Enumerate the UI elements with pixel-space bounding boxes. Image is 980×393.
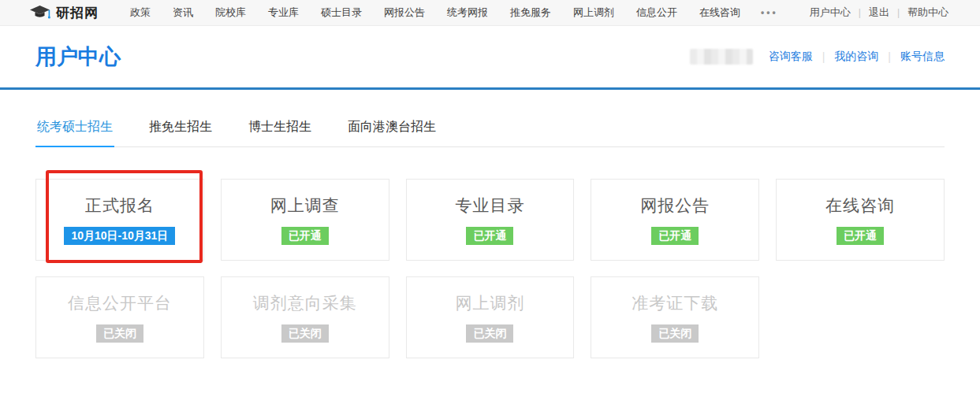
status-badge-open: 已开通 — [837, 227, 884, 246]
site-logo[interactable]: 研招网 — [30, 4, 99, 22]
blurred-username — [690, 49, 753, 65]
top-navigation: 研招网 政策 资讯 院校库 专业库 硕士目录 网报公告 统考网报 推免服务 网上… — [0, 0, 980, 26]
consult-service-link[interactable]: 咨询客服 — [769, 50, 813, 64]
nav-item-exempt-service[interactable]: 推免服务 — [499, 6, 562, 20]
graduation-cap-icon — [30, 6, 51, 20]
separator: | — [859, 7, 861, 18]
card-title: 调剂意向采集 — [253, 292, 357, 314]
nav-item-online-transfer[interactable]: 网上调剂 — [562, 6, 625, 20]
status-badge-closed: 已关闭 — [96, 324, 143, 343]
status-badge-closed: 已关闭 — [281, 324, 329, 343]
status-badge-open: 已开通 — [281, 227, 329, 246]
account-info-link[interactable]: 账号信息 — [900, 50, 945, 64]
main-menu: 政策 资讯 院校库 专业库 硕士目录 网报公告 统考网报 推免服务 网上调剂 信… — [119, 6, 788, 20]
nav-item-news[interactable]: 资讯 — [162, 6, 204, 20]
nav-item-master-catalog[interactable]: 硕士目录 — [310, 6, 373, 20]
status-badge-closed: 已关闭 — [466, 324, 513, 343]
card-title: 信息公开平台 — [68, 292, 172, 314]
red-highlight-annotation — [46, 170, 203, 263]
top-user-links: 用户中心 | 退出 | 帮助中心 — [810, 6, 948, 20]
logo-text: 研招网 — [56, 4, 99, 22]
nav-item-major-library[interactable]: 专业库 — [257, 6, 310, 20]
card-official-registration[interactable]: 正式报名 10月10日-10月31日 — [35, 179, 204, 261]
tab-doctoral[interactable]: 博士生招生 — [247, 111, 313, 147]
card-title: 准考证下载 — [632, 292, 718, 314]
nav-item-unified-exam[interactable]: 统考网报 — [436, 6, 499, 20]
card-title: 正式报名 — [85, 195, 155, 217]
my-consult-link[interactable]: 我的咨询 — [834, 50, 878, 64]
separator: | — [897, 7, 900, 18]
page-header: 用户中心 咨询客服 | 我的咨询 | 账号信息 — [0, 26, 980, 90]
card-major-catalog[interactable]: 专业目录 已开通 — [406, 179, 575, 261]
date-range-badge: 10月10日-10月31日 — [64, 227, 175, 246]
status-badge-open: 已开通 — [466, 227, 513, 246]
card-info-disclosure-platform[interactable]: 信息公开平台 已关闭 — [35, 276, 204, 358]
card-title: 网报公告 — [640, 195, 710, 217]
card-transfer-intent-collection[interactable]: 调剂意向采集 已关闭 — [221, 276, 389, 358]
separator: | — [822, 50, 825, 63]
nav-help-center-link[interactable]: 帮助中心 — [907, 6, 948, 20]
nav-item-announcement[interactable]: 网报公告 — [373, 6, 436, 20]
service-cards-grid: 正式报名 10月10日-10月31日 网上调查 已开通 专业目录 已开通 网报公… — [35, 179, 945, 358]
separator: | — [888, 50, 891, 63]
nav-item-online-consult[interactable]: 在线咨询 — [688, 6, 751, 20]
nav-user-center-link[interactable]: 用户中心 — [810, 6, 851, 20]
tab-unified-master[interactable]: 统考硕士招生 — [35, 111, 114, 147]
card-online-transfer[interactable]: 网上调剂 已关闭 — [406, 276, 575, 358]
card-admission-ticket-download[interactable]: 准考证下载 已关闭 — [591, 276, 759, 358]
admission-type-tabs: 统考硕士招生 推免生招生 博士生招生 面向港澳台招生 — [35, 110, 945, 147]
card-title: 专业目录 — [455, 195, 524, 217]
card-title: 网上调剂 — [455, 292, 524, 314]
card-registration-announcement[interactable]: 网报公告 已开通 — [591, 179, 759, 261]
card-online-survey[interactable]: 网上调查 已开通 — [221, 179, 389, 261]
nav-item-info-disclosure[interactable]: 信息公开 — [625, 6, 688, 20]
tab-hk-macao-taiwan[interactable]: 面向港澳台招生 — [346, 111, 438, 147]
card-title: 网上调查 — [270, 195, 340, 217]
status-badge-open: 已开通 — [651, 227, 699, 246]
nav-item-school-library[interactable]: 院校库 — [204, 6, 257, 20]
more-menu-icon[interactable]: ••• — [751, 7, 788, 18]
nav-logout-link[interactable]: 退出 — [869, 6, 889, 20]
page-title: 用户中心 — [35, 43, 121, 71]
tab-exempt-student[interactable]: 推免生招生 — [147, 111, 214, 147]
nav-item-policy[interactable]: 政策 — [119, 6, 162, 20]
card-title: 在线咨询 — [825, 195, 895, 217]
status-badge-closed: 已关闭 — [651, 324, 699, 343]
header-links: 咨询客服 | 我的咨询 | 账号信息 — [690, 49, 945, 65]
card-online-consultation[interactable]: 在线咨询 已开通 — [776, 179, 945, 261]
